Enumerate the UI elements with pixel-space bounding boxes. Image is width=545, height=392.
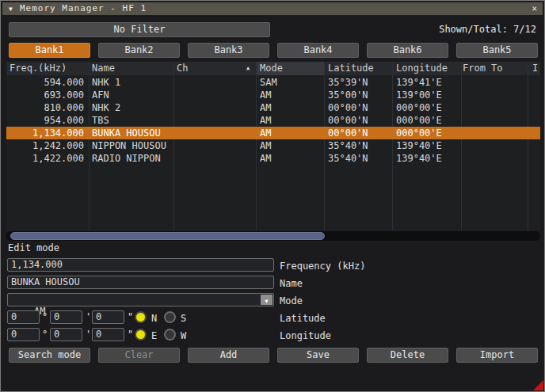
collapse-icon[interactable]: ▼ xyxy=(9,3,13,16)
degree-symbol: ° xyxy=(42,311,48,322)
table-row[interactable]: 693.000AFNAM35°00'N139°00'E xyxy=(6,89,540,101)
table-row[interactable]: 594.000NHK 1SAM35°39'N139°41'E xyxy=(6,76,540,89)
bank-tab-bank5[interactable]: Bank5 xyxy=(456,43,538,58)
bank-tab-bank2[interactable]: Bank2 xyxy=(98,43,180,58)
cell-lon: 139°00'E xyxy=(396,89,442,101)
second-symbol: " xyxy=(128,329,133,340)
clear-button: Clear xyxy=(98,348,180,363)
minute-symbol: ' xyxy=(86,311,91,322)
table-row[interactable]: 1,242.000NIPPON HOUSOUAM35°40'N139°40'E xyxy=(6,139,540,152)
longitude-west-label: W xyxy=(181,330,186,341)
cell-name: NHK 2 xyxy=(92,101,120,114)
cell-lat: 00°00'N xyxy=(328,101,368,114)
cell-mode: AM xyxy=(260,114,271,127)
cell-lat: 00°00'N xyxy=(328,114,368,127)
bank-tab-bank4[interactable]: Bank4 xyxy=(277,43,359,58)
column-header-name[interactable]: Name xyxy=(92,62,115,75)
sort-ascending-icon: ▲ xyxy=(246,63,250,74)
cell-freq: 693.000 xyxy=(6,89,84,101)
latitude-label: Latitude xyxy=(280,313,326,324)
latitude-south-radio[interactable] xyxy=(164,311,176,323)
cell-lat: 35°00'N xyxy=(328,89,368,101)
column-header-from-to[interactable]: From To xyxy=(463,62,503,75)
search-mode-button[interactable]: Search mode xyxy=(9,348,90,363)
close-icon[interactable]: ✕ xyxy=(532,2,537,15)
memory-manager-window: ▼ Memory Manager - HF 1 ✕ No Filter Show… xyxy=(0,0,545,392)
cell-mode: AM xyxy=(260,89,271,101)
cell-lon: 000°00'E xyxy=(396,101,442,114)
longitude-east-radio[interactable] xyxy=(135,329,147,341)
longitude-east-label: E xyxy=(151,330,157,341)
cell-name: AFN xyxy=(92,89,109,101)
longitude-degrees-input[interactable]: 0 xyxy=(7,328,40,341)
add-button[interactable]: Add xyxy=(188,348,269,363)
table-row[interactable]: 954.000TBSAM00°00'N000°00'E xyxy=(6,114,540,127)
column-header-ch[interactable]: Ch xyxy=(177,62,188,75)
table-row[interactable]: 1,422.000RADIO NIPPONAM35°40'N139°40'E xyxy=(6,152,540,165)
cell-mode: AM xyxy=(260,101,271,114)
latitude-north-label: N xyxy=(151,313,157,324)
longitude-seconds-input[interactable]: 0 xyxy=(92,328,124,341)
cell-name: TBS xyxy=(92,114,109,127)
cell-lat: 35°40'N xyxy=(328,152,368,165)
cell-name: NHK 1 xyxy=(92,76,120,89)
column-header-freq-khz[interactable]: Freq.(kHz) xyxy=(10,62,67,75)
edit-mode-label: Edit mode xyxy=(8,242,59,253)
title-bar[interactable]: ▼ Memory Manager - HF 1 ✕ xyxy=(2,2,543,15)
cell-freq: 1,242.000 xyxy=(6,139,84,152)
table-row[interactable]: 810.000NHK 2AM00°00'N000°00'E xyxy=(6,101,540,114)
name-input[interactable]: BUNKA HOUSOU xyxy=(7,276,274,289)
cell-name: BUNKA HOUSOU xyxy=(92,127,161,139)
latitude-degrees-input[interactable]: 0 xyxy=(7,310,40,324)
cell-freq: 1,134.000 xyxy=(6,127,84,139)
table-row[interactable]: 1,134.000BUNKA HOUSOUAM00°00'N000°00'E xyxy=(6,127,540,139)
no-filter-button[interactable]: No Filter xyxy=(9,22,270,37)
cell-freq: 1,422.000 xyxy=(6,152,84,165)
longitude-west-radio[interactable] xyxy=(164,329,176,341)
cell-name: NIPPON HOUSOU xyxy=(92,139,166,152)
name-label: Name xyxy=(280,278,303,289)
mode-dropdown-button[interactable]: ▼ xyxy=(261,295,272,305)
cell-name: RADIO NIPPON xyxy=(92,152,161,165)
degree-symbol: ° xyxy=(42,329,48,340)
column-header-mode[interactable]: Mode xyxy=(260,62,283,75)
second-symbol: " xyxy=(128,311,133,322)
bank-tab-bank1[interactable]: Bank1 xyxy=(9,43,90,58)
chevron-down-icon: ▼ xyxy=(265,298,269,305)
cell-lat: 35°39'N xyxy=(328,76,368,89)
cell-lon: 139°40'E xyxy=(396,139,442,152)
minute-symbol: ' xyxy=(86,329,91,340)
resize-grip[interactable] xyxy=(533,380,543,390)
latitude-south-label: S xyxy=(181,313,186,324)
bank-tab-bank6[interactable]: Bank6 xyxy=(367,43,448,58)
import-button[interactable]: Import xyxy=(456,348,538,363)
bank-tab-bank3[interactable]: Bank3 xyxy=(188,43,269,58)
latitude-north-radio[interactable] xyxy=(135,311,147,323)
cell-freq: 954.000 xyxy=(6,114,84,127)
cell-mode: AM xyxy=(260,139,271,152)
scrollbar-thumb[interactable] xyxy=(10,232,325,240)
memory-table[interactable]: Freq.(kHz)NameChModeLatitudeLongitudeFro… xyxy=(6,62,540,230)
longitude-minutes-input[interactable]: 0 xyxy=(50,328,82,341)
cell-freq: 594.000 xyxy=(6,76,84,89)
save-button[interactable]: Save xyxy=(277,348,359,363)
horizontal-scrollbar[interactable] xyxy=(6,231,540,241)
window-title: Memory Manager - HF 1 xyxy=(20,2,147,15)
latitude-seconds-input[interactable]: 0 xyxy=(92,310,124,324)
column-header-i[interactable]: I xyxy=(532,62,538,75)
cell-lon: 139°40'E xyxy=(396,152,442,165)
delete-button[interactable]: Delete xyxy=(367,348,448,363)
column-header-latitude[interactable]: Latitude xyxy=(328,62,374,75)
mode-label: Mode xyxy=(280,295,303,306)
cell-mode: AM xyxy=(260,152,271,165)
cell-mode: AM xyxy=(260,127,271,139)
cell-mode: SAM xyxy=(260,76,277,89)
cell-lat: 00°00'N xyxy=(328,127,368,139)
latitude-minutes-input[interactable]: 0 xyxy=(50,310,82,324)
mode-select[interactable]: AM ▼ xyxy=(7,293,274,306)
cell-lon: 000°00'E xyxy=(396,114,442,127)
frequency-input[interactable]: 1,134.000 xyxy=(7,258,274,272)
frequency-label: Frequency (kHz) xyxy=(280,261,365,272)
column-header-longitude[interactable]: Longitude xyxy=(396,62,448,75)
cell-lon: 139°41'E xyxy=(396,76,442,89)
